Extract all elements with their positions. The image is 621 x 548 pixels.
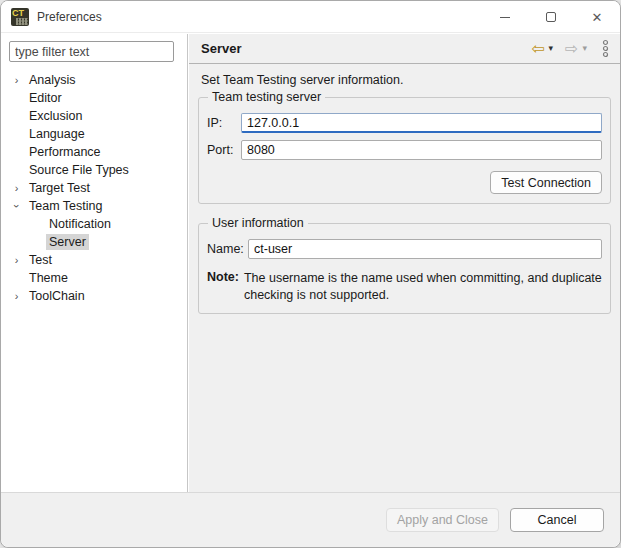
user-information-group: User information Name: Note: The usernam… [198, 216, 611, 314]
group-legend: Team testing server [208, 90, 325, 104]
apply-and-close-button[interactable]: Apply and Close [386, 508, 499, 532]
tree-item-performance[interactable]: Performance [1, 143, 187, 161]
tree-item-label: Notification [46, 216, 114, 232]
ip-label: IP: [207, 116, 241, 130]
tree-item-notification[interactable]: Notification [1, 215, 187, 233]
view-menu-icon[interactable] [601, 39, 610, 58]
tree-item-target-test[interactable]: ›Target Test [1, 179, 187, 197]
tree-item-label: Exclusion [26, 108, 86, 124]
forward-history-dropdown-icon[interactable]: ▾ [582, 44, 587, 53]
window-title: Preferences [37, 10, 102, 24]
maximize-icon [546, 12, 556, 22]
tree-item-server[interactable]: Server [1, 233, 187, 251]
tree-item-label: Team Testing [26, 198, 105, 214]
tree-item-label: Target Test [26, 180, 93, 196]
tree-item-test[interactable]: ›Test [1, 251, 187, 269]
name-label: Name: [207, 242, 248, 256]
dialog-button-bar: Apply and Close Cancel [1, 492, 620, 547]
close-button[interactable]: ✕ [574, 1, 620, 33]
chevron-collapsed-icon[interactable]: › [7, 290, 26, 302]
preferences-tree: ›AnalysisEditorExclusionLanguagePerforma… [1, 71, 187, 305]
back-arrow-icon[interactable]: ⇦ [531, 41, 544, 57]
server-settings-panel: Server ⇦ ▾ ⇨ ▾ Set Team Testing server i… [189, 34, 620, 492]
ip-field[interactable] [241, 113, 602, 133]
filter-input[interactable] [9, 41, 174, 62]
test-connection-button[interactable]: Test Connection [490, 171, 602, 194]
note-text: The username is the name used when commi… [244, 270, 602, 304]
note: Note: The username is the name used when… [207, 270, 602, 304]
tree-item-label: ToolChain [26, 288, 88, 304]
tree-item-exclusion[interactable]: Exclusion [1, 107, 187, 125]
tree-item-team-testing[interactable]: ›Team Testing [1, 197, 187, 215]
port-field[interactable] [241, 140, 602, 160]
tree-item-source-file-types[interactable]: Source File Types [1, 161, 187, 179]
cancel-button[interactable]: Cancel [510, 508, 604, 532]
chevron-collapsed-icon[interactable]: › [7, 182, 26, 194]
team-testing-server-group: Team testing server IP: Port: Test Conne… [198, 90, 611, 204]
panel-header: Server ⇦ ▾ ⇨ ▾ [189, 34, 620, 64]
tree-item-label: Theme [26, 270, 71, 286]
tree-item-label: Test [26, 252, 55, 268]
app-icon: CT [11, 8, 29, 26]
page-title: Server [201, 41, 531, 56]
tree-item-label: Performance [26, 144, 104, 160]
minimize-button[interactable] [482, 1, 528, 33]
tree-item-label: Language [26, 126, 88, 142]
chevron-collapsed-icon[interactable]: › [7, 254, 26, 266]
tree-item-label: Source File Types [26, 162, 132, 178]
tree-item-editor[interactable]: Editor [1, 89, 187, 107]
preferences-sidebar: ›AnalysisEditorExclusionLanguagePerforma… [1, 34, 188, 492]
preferences-dialog: CT Preferences ✕ ›AnalysisEditorExclusio… [0, 0, 621, 548]
tree-item-analysis[interactable]: ›Analysis [1, 71, 187, 89]
close-icon: ✕ [592, 11, 603, 24]
tree-item-label: Analysis [26, 72, 79, 88]
forward-arrow-icon: ⇨ [565, 41, 578, 57]
group-legend: User information [208, 216, 308, 230]
maximize-button[interactable] [528, 1, 574, 33]
tree-item-label: Editor [26, 90, 65, 106]
tree-item-toolchain[interactable]: ›ToolChain [1, 287, 187, 305]
page-description: Set Team Testing server information. [201, 73, 608, 87]
port-label: Port: [207, 143, 241, 157]
back-history-dropdown-icon[interactable]: ▾ [549, 44, 554, 53]
chevron-collapsed-icon[interactable]: › [7, 74, 26, 86]
chevron-expanded-icon[interactable]: › [11, 197, 23, 216]
minimize-icon [500, 17, 510, 18]
tree-item-language[interactable]: Language [1, 125, 187, 143]
name-field[interactable] [248, 239, 602, 259]
tree-item-theme[interactable]: Theme [1, 269, 187, 287]
note-label: Note: [207, 270, 239, 304]
titlebar: CT Preferences ✕ [1, 1, 620, 33]
tree-item-label: Server [46, 234, 89, 250]
